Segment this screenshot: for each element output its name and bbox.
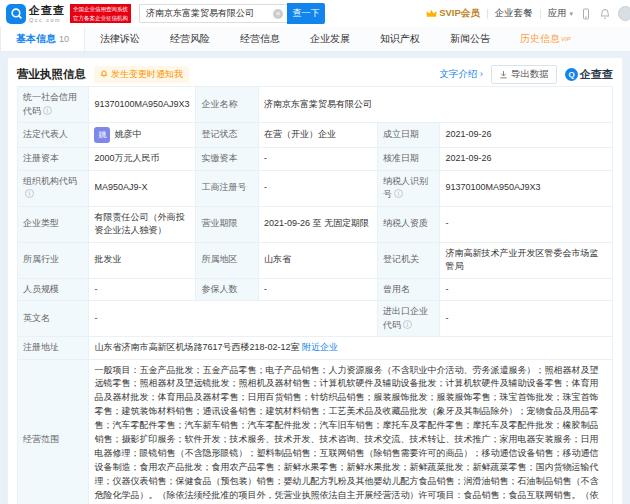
industry-value: 批发业 bbox=[89, 242, 196, 278]
est-date-label: 成立日期 bbox=[377, 123, 439, 148]
vip-tag: VIP bbox=[561, 36, 571, 42]
business-license-table: 统一社会信用代码i 91370100MA950AJ9X3 企业名称 济南京东富棠… bbox=[17, 86, 613, 504]
reg-capital-label: 注册资本 bbox=[18, 148, 89, 171]
org-code-value: MA950AJ9-X bbox=[89, 170, 196, 206]
crown-icon bbox=[426, 9, 437, 18]
table-row: 统一社会信用代码i 91370100MA950AJ9X3 企业名称 济南京东富棠… bbox=[18, 87, 613, 123]
tab-operation-info[interactable]: 经营信息 bbox=[225, 27, 295, 51]
tab-count: 10 bbox=[59, 34, 69, 44]
tab-legal-litigation[interactable]: 法律诉讼 bbox=[85, 27, 155, 51]
qcc-watermark: Q 企查查 bbox=[565, 67, 613, 82]
company-name-value: 济南京东富棠贸易有限公司 bbox=[258, 87, 612, 123]
top-header: 企查查 Qcc.com 全国企业信用查询系统 官方备案企业征信机构 × 查一下 … bbox=[0, 0, 630, 27]
info-icon[interactable]: i bbox=[394, 189, 403, 198]
business-license-card: 营业执照信息 发生变更时通知我 文字介绍 › 导出数据 Q 企查查 bbox=[7, 57, 623, 504]
logo-domain: Qcc.com bbox=[29, 17, 65, 23]
mobile-app-icon[interactable] bbox=[580, 8, 592, 20]
taxpayer-quality-value: - bbox=[440, 206, 613, 242]
paid-capital-label: 实缴资本 bbox=[196, 148, 258, 171]
legal-rep-name-link[interactable]: 姚彦中 bbox=[114, 128, 141, 142]
tab-company-development[interactable]: 企业发展 bbox=[295, 27, 365, 51]
table-row: 英文名 - 进出口企业代码i - bbox=[18, 301, 613, 337]
business-scope-value: 一般项目：五金产品批发；五金产品零售；电子产品销售；人力资源服务（不含职业中介活… bbox=[89, 359, 613, 504]
legal-rep-avatar[interactable]: 姚 bbox=[94, 127, 110, 143]
address-value: 山东省济南市高新区机场路7617号西楼218-02-12室 附近企业 bbox=[89, 337, 613, 360]
import-export-value: - bbox=[440, 301, 613, 337]
insured-value: - bbox=[258, 278, 377, 301]
search-button[interactable]: 查一下 bbox=[287, 3, 325, 24]
taxpayer-quality-label: 纳税人资质 bbox=[377, 206, 439, 242]
table-row: 人员规模 - 参保人数 - 曾用名 - bbox=[18, 278, 613, 301]
credit-code-label: 统一社会信用代码i bbox=[18, 87, 89, 123]
info-icon[interactable]: i bbox=[25, 189, 34, 198]
org-code-label: 组织机构代码i bbox=[18, 170, 89, 206]
chevron-down-icon: ▾ bbox=[569, 10, 573, 17]
table-row: 注册地址 山东省济南市高新区机场路7617号西楼218-02-12室 附近企业 bbox=[18, 337, 613, 360]
legal-rep-label: 法定代表人 bbox=[18, 123, 89, 148]
company-type-label: 企业类型 bbox=[18, 206, 89, 242]
nearby-companies-link[interactable]: 附近企业 bbox=[302, 342, 338, 352]
staff-size-label: 人员规模 bbox=[18, 278, 89, 301]
tab-operation-risk[interactable]: 经营风险 bbox=[155, 27, 225, 51]
chevron-right-icon: › bbox=[480, 68, 483, 79]
apps-menu-item[interactable]: 应用 ▾ bbox=[548, 7, 573, 20]
search-bar: × 查一下 bbox=[139, 3, 325, 24]
company-type-value: 有限责任公司（外商投资企业法人独资） bbox=[89, 206, 196, 242]
est-date-value: 2021-09-26 bbox=[440, 123, 613, 148]
tab-news-announcements[interactable]: 新闻公告 bbox=[435, 27, 505, 51]
tab-basic-info[interactable]: 基本信息10 bbox=[0, 27, 85, 51]
user-avatar[interactable] bbox=[618, 6, 630, 21]
notify-on-change-badge[interactable]: 发生变更时通知我 bbox=[94, 66, 189, 83]
section-title: 营业执照信息 bbox=[17, 67, 86, 82]
divider bbox=[487, 9, 488, 19]
credit-code-value: 91370100MA950AJ9X3 bbox=[89, 87, 196, 123]
approval-date-label: 核准日期 bbox=[377, 148, 439, 171]
export-data-button[interactable]: 导出数据 bbox=[491, 65, 557, 84]
search-input[interactable] bbox=[139, 4, 287, 23]
status-label: 登记状态 bbox=[196, 123, 258, 148]
download-icon bbox=[499, 70, 508, 79]
english-name-value: - bbox=[89, 301, 378, 337]
clear-search-icon[interactable]: × bbox=[273, 9, 283, 19]
reg-authority-value: 济南高新技术产业开发区管委会市场监管局 bbox=[440, 242, 613, 278]
import-export-label: 进出口企业代码i bbox=[377, 301, 439, 337]
taxpayer-id-label: 纳税人识别号i bbox=[377, 170, 439, 206]
legal-rep-value: 姚 姚彦中 bbox=[89, 123, 196, 148]
approval-date-value: 2021-09-26 bbox=[440, 148, 613, 171]
tab-history-info[interactable]: 历史信息VIP bbox=[505, 27, 586, 51]
svip-menu-item[interactable]: SVIP会员 bbox=[426, 7, 480, 20]
former-name-value: - bbox=[440, 278, 613, 301]
paid-capital-value: - bbox=[258, 148, 377, 171]
biz-reg-no-label: 工商注册号 bbox=[196, 170, 258, 206]
package-menu-item[interactable]: 企业套餐 bbox=[495, 7, 533, 20]
info-icon[interactable]: i bbox=[403, 320, 412, 329]
industry-label: 所属行业 bbox=[18, 242, 89, 278]
biz-reg-no-value: - bbox=[258, 170, 377, 206]
notification-bell-icon[interactable] bbox=[599, 8, 611, 20]
detail-tab-bar: 基本信息10 法律诉讼 经营风险 经营信息 企业发展 知识产权 新闻公告 历史信… bbox=[0, 27, 630, 52]
address-label: 注册地址 bbox=[18, 337, 89, 360]
table-row: 组织机构代码i MA950AJ9-X 工商注册号 - 纳税人识别号i 91370… bbox=[18, 170, 613, 206]
reg-authority-label: 登记机关 bbox=[377, 242, 439, 278]
region-value: 山东省 bbox=[258, 242, 377, 278]
table-row: 经营范围 一般项目：五金产品批发；五金产品零售；电子产品销售；人力资源服务（不含… bbox=[18, 359, 613, 504]
info-icon[interactable]: i bbox=[43, 106, 52, 115]
status-value: 在营（开业）企业 bbox=[258, 123, 377, 148]
bell-icon bbox=[100, 70, 108, 78]
reg-capital-value: 2000万元人民币 bbox=[89, 148, 196, 171]
table-row: 注册资本 2000万元人民币 实缴资本 - 核准日期 2021-09-26 bbox=[18, 148, 613, 171]
qcc-watermark-icon: Q bbox=[565, 68, 578, 81]
table-row: 法定代表人 姚 姚彦中 登记状态 在营（开业）企业 成立日期 2021-09-2… bbox=[18, 123, 613, 148]
business-scope-label: 经营范围 bbox=[18, 359, 89, 504]
text-intro-link[interactable]: 文字介绍 › bbox=[439, 68, 483, 81]
english-name-label: 英文名 bbox=[18, 301, 89, 337]
insured-label: 参保人数 bbox=[196, 278, 258, 301]
former-name-label: 曾用名 bbox=[377, 278, 439, 301]
table-row: 企业类型 有限责任公司（外商投资企业法人独资） 营业期限 2021-09-26 … bbox=[18, 206, 613, 242]
qcc-logo[interactable]: 企查查 Qcc.com 全国企业信用查询系统 官方备案企业征信机构 bbox=[6, 4, 131, 24]
logo-name: 企查查 bbox=[29, 4, 65, 16]
table-row: 所属行业 批发业 所属地区 山东省 登记机关 济南高新技术产业开发区管委会市场监… bbox=[18, 242, 613, 278]
tab-intellectual-property[interactable]: 知识产权 bbox=[365, 27, 435, 51]
company-name-label: 企业名称 bbox=[196, 87, 258, 123]
official-badge: 全国企业信用查询系统 官方备案企业征信机构 bbox=[70, 4, 131, 23]
